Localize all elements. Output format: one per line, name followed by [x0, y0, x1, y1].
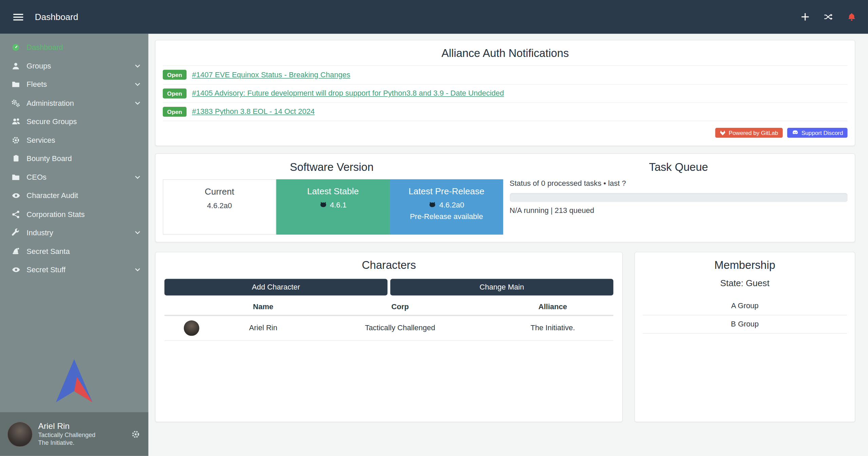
- header-portrait: [165, 298, 218, 315]
- gitlab-shield-label: Powered by GitLab: [729, 129, 778, 136]
- group-row: A Group: [643, 297, 847, 315]
- bottom-row: Characters Add Character Change Main Nam…: [155, 252, 855, 422]
- bell-icon[interactable]: [846, 12, 857, 22]
- notification-link[interactable]: #1383 Python 3.8 EOL - 14 Oct 2024: [192, 107, 315, 116]
- sidebar-item-secret-stuff[interactable]: Secret Stuff: [0, 261, 148, 279]
- chevron-down-icon: [135, 268, 141, 272]
- notification-row: Open #1407 EVE Equinox Status - Breaking…: [163, 65, 848, 84]
- software-version-panel: Software Version Current 4.6.2a0 Latest …: [163, 161, 501, 234]
- page-title: Dashboard: [35, 12, 78, 22]
- sidebar-item-label: Corporation Stats: [26, 210, 140, 218]
- sidebar-item-administration[interactable]: Administration: [0, 94, 148, 113]
- sidebar-item-dashboard[interactable]: Dashboard: [0, 38, 148, 57]
- tachometer-icon: [11, 43, 21, 52]
- sidebar-item-services[interactable]: Services: [0, 131, 148, 150]
- characters-table: Name Corp Alliance Ariel Rin Tactically …: [165, 298, 614, 340]
- version-prerelease-box: Latest Pre-Release 4.6.2a0 Pre-Release a…: [390, 179, 503, 234]
- discord-icon: [791, 130, 798, 135]
- sidebar-item-label: CEOs: [26, 173, 134, 181]
- characters-table-header: Name Corp Alliance: [165, 298, 614, 315]
- sidebar-item-label: Administration: [26, 99, 134, 107]
- menu-icon[interactable]: [11, 11, 25, 23]
- software-version-title: Software Version: [163, 161, 501, 174]
- change-main-button[interactable]: Change Main: [390, 279, 614, 295]
- gitlab-shield[interactable]: Powered by GitLab: [715, 127, 783, 137]
- notification-link[interactable]: #1407 EVE Equinox Status - Breaking Chan…: [192, 71, 350, 79]
- navbar-actions: [800, 12, 857, 22]
- version-prerelease-value: 4.6.2a0: [439, 201, 464, 209]
- character-name: Ariel Rin: [218, 315, 308, 340]
- sidebar-item-groups[interactable]: Groups: [0, 57, 148, 75]
- sidebar-item-label: Fleets: [26, 80, 134, 88]
- sidebar-item-industry[interactable]: Industry: [0, 223, 148, 242]
- header-name: Name: [218, 298, 308, 315]
- notification-link[interactable]: #1405 Advisory: Future development will …: [192, 89, 504, 97]
- sidebar-item-ceos[interactable]: CEOs: [0, 168, 148, 186]
- shield-row: Powered by GitLab Support Discord: [163, 127, 848, 137]
- sidebar-item-label: Industry: [26, 229, 134, 237]
- task-queue-progressbar: [509, 193, 847, 202]
- version-current-label: Current: [163, 187, 275, 197]
- add-character-button[interactable]: Add Character: [165, 279, 388, 295]
- share-icon: [11, 210, 21, 218]
- santa-hat-icon: [11, 247, 21, 255]
- notifications-list: Open #1407 EVE Equinox Status - Breaking…: [163, 65, 848, 121]
- version-prerelease-note: Pre-Release available: [390, 212, 503, 220]
- sidebar-item-label: Dashboard: [26, 43, 140, 52]
- sidebar-item-character-audit[interactable]: Character Audit: [0, 186, 148, 205]
- status-badge: Open: [163, 88, 187, 98]
- discord-shield-label: Support Discord: [802, 129, 843, 136]
- alliance-logo: [56, 359, 93, 402]
- sidebar-item-secret-santa[interactable]: Secret Santa: [0, 242, 148, 261]
- sidebar-item-secure-groups[interactable]: Secure Groups: [0, 112, 148, 131]
- eye-icon: [11, 192, 21, 200]
- user-meta: Ariel Rin Tactically Challenged The Init…: [38, 421, 125, 447]
- sidebar-item-label: Secret Stuff: [26, 266, 134, 274]
- main-content: Alliance Auth Notifications Open #1407 E…: [148, 34, 868, 456]
- users-icon: [11, 117, 21, 125]
- task-queue-summary: N/A running | 213 queued: [509, 206, 847, 214]
- character-avatar: [184, 320, 199, 336]
- character-alliance: The Initiative.: [492, 315, 613, 340]
- version-queue-card: Software Version Current 4.6.2a0 Latest …: [155, 153, 855, 242]
- user-corp: Tactically Challenged: [38, 432, 125, 439]
- version-stable-value: 4.6.1: [330, 201, 347, 209]
- chevron-down-icon: [135, 175, 141, 179]
- task-queue-panel: Task Queue Status of 0 processed tasks •…: [509, 161, 847, 234]
- wrench-icon: [11, 229, 21, 237]
- gears-icon: [11, 99, 21, 107]
- sidebar: Dashboard Groups Fleets Administration S…: [0, 34, 148, 456]
- sidebar-item-corporation-stats[interactable]: Corporation Stats: [0, 205, 148, 224]
- group-row: B Group: [643, 315, 847, 333]
- characters-title: Characters: [165, 259, 614, 272]
- clipboard-icon: [11, 155, 21, 163]
- notification-row: Open #1405 Advisory: Future development …: [163, 84, 848, 102]
- page: Dashboard Dashboard Groups Fleets: [0, 0, 868, 456]
- sidebar-item-bounty-board[interactable]: Bounty Board: [0, 150, 148, 168]
- gitlab-cat-icon: [320, 201, 327, 208]
- version-stable-label: Latest Stable: [276, 186, 390, 196]
- user-name: Ariel Rin: [38, 421, 125, 432]
- sidebar-item-fleets[interactable]: Fleets: [0, 75, 148, 94]
- version-row: Current 4.6.2a0 Latest Stable 4.6.1 Late…: [163, 179, 501, 234]
- membership-card: Membership State: Guest A Group B Group: [634, 252, 855, 422]
- plus-icon[interactable]: [800, 12, 810, 22]
- sidebar-item-label: Bounty Board: [26, 155, 140, 163]
- sidebar-item-label: Services: [26, 136, 140, 144]
- discord-shield[interactable]: Support Discord: [787, 127, 847, 137]
- character-corp: Tactically Challenged: [308, 315, 492, 340]
- sidebar-item-label: Secret Santa: [26, 247, 140, 255]
- notifications-card: Alliance Auth Notifications Open #1407 E…: [155, 40, 855, 146]
- user-alliance: The Initiative.: [38, 439, 125, 447]
- version-current-value: 4.6.2a0: [207, 201, 232, 209]
- characters-actions: Add Character Change Main: [165, 279, 614, 295]
- sidebar-item-label: Character Audit: [26, 192, 140, 200]
- gitlab-icon: [720, 130, 726, 135]
- gear-icon[interactable]: [130, 429, 141, 440]
- header-corp: Corp: [308, 298, 492, 315]
- chevron-down-icon: [135, 231, 141, 235]
- version-prerelease-label: Latest Pre-Release: [390, 186, 503, 196]
- shuffle-icon[interactable]: [823, 12, 834, 22]
- gitlab-cat-icon: [429, 201, 437, 208]
- sidebar-item-label: Secure Groups: [26, 117, 140, 125]
